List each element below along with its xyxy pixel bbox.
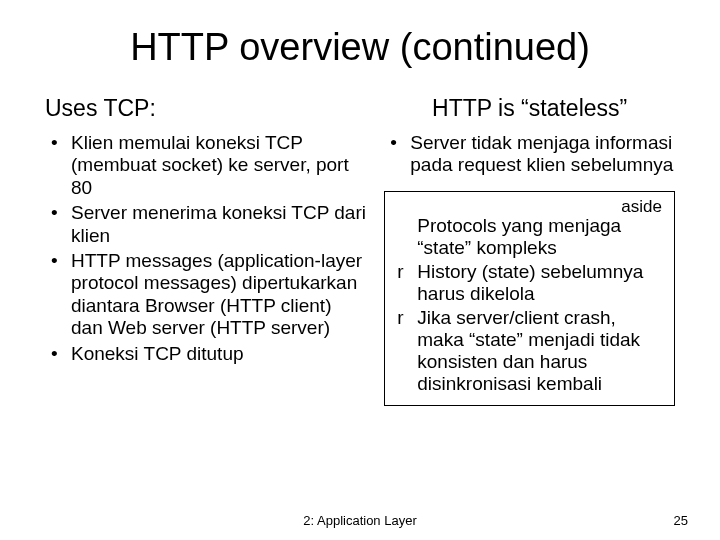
aside-lead-text: Protocols yang menjaga “state” kompleks [395, 215, 664, 259]
footer-page-number: 25 [674, 513, 688, 528]
right-column: HTTP is “stateless” Server tidak menjaga… [384, 95, 675, 406]
left-subheading: Uses TCP: [45, 95, 366, 122]
right-bullet-list: Server tidak menjaga informasi pada requ… [384, 132, 675, 177]
footer-center-text: 2: Application Layer [303, 513, 416, 528]
left-bullet-list: Klien memulai koneksi TCP (membuat socke… [45, 132, 366, 365]
list-item: Server tidak menjaga informasi pada requ… [384, 132, 675, 177]
list-item: Jika server/client crash, maka “state” m… [395, 307, 664, 395]
slide-title: HTTP overview (continued) [45, 26, 675, 69]
list-item: Klien memulai koneksi TCP (membuat socke… [45, 132, 366, 199]
right-subheading: HTTP is “stateless” [384, 95, 675, 122]
slide-footer: 2: Application Layer 25 [0, 513, 720, 528]
aside-box: aside Protocols yang menjaga “state” kom… [384, 191, 675, 406]
list-item: History (state) sebelumnya harus dikelol… [395, 261, 664, 305]
aside-point-list: History (state) sebelumnya harus dikelol… [395, 261, 664, 395]
aside-label: aside [395, 198, 662, 215]
left-column: Uses TCP: Klien memulai koneksi TCP (mem… [45, 95, 366, 406]
slide: HTTP overview (continued) Uses TCP: Klie… [0, 0, 720, 540]
list-item: Koneksi TCP ditutup [45, 343, 366, 365]
list-item: HTTP messages (application-layer protoco… [45, 250, 366, 340]
two-column-layout: Uses TCP: Klien memulai koneksi TCP (mem… [45, 95, 675, 406]
list-item: Server menerima koneksi TCP dari klien [45, 202, 366, 247]
